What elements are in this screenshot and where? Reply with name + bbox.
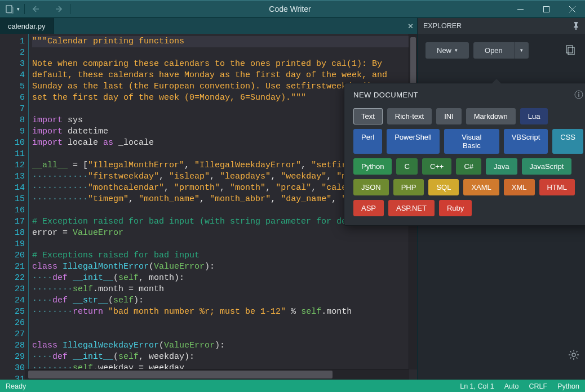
svg-point-7 [572,353,575,357]
status-eol[interactable]: CRLF [529,382,547,390]
code-line[interactable]: ········self.month = month [32,284,417,295]
svg-rect-1 [543,6,549,12]
horizontal-scrollbar[interactable] [25,369,409,380]
status-position[interactable]: Ln 1, Col 1 [460,382,494,390]
language-option[interactable]: C [396,158,417,175]
code-line[interactable]: error = ValueError [32,228,417,239]
status-ready: Ready [6,382,26,390]
maximize-button[interactable] [533,1,559,17]
popup-title: NEW DOCUMENT [353,91,418,99]
language-option[interactable]: CSS [552,129,583,154]
minimize-button[interactable] [507,1,533,17]
language-option[interactable]: VBScript [504,129,548,154]
line-gutter: 1234567891011121314151617181920212223242… [0,34,29,380]
language-option[interactable]: Lua [520,108,548,124]
language-option[interactable]: Ruby [439,200,472,216]
redo-button[interactable] [48,1,65,17]
language-option[interactable]: PHP [393,179,424,195]
language-option[interactable]: Text [353,108,383,124]
language-option[interactable]: Rich-text [387,108,432,124]
code-line[interactable] [32,239,417,250]
language-option[interactable]: ASP [353,200,384,216]
code-line[interactable] [32,318,417,329]
language-option[interactable]: HTML [539,179,575,195]
code-line[interactable]: ····def __str__(self): [32,295,417,306]
code-line[interactable]: ····def __init__(self, month): [32,273,417,284]
explorer-title: EXPLORER [423,22,462,30]
language-option[interactable]: SQL [428,179,459,195]
code-line[interactable]: ········return "bad month number %r; mus… [32,306,417,318]
pin-icon[interactable] [573,22,579,30]
code-line[interactable]: Note when comparing these calendars to t… [32,59,417,70]
svg-point-5 [578,92,579,93]
code-line[interactable]: ····def __init__(self, weekday): [32,351,417,363]
language-option[interactable]: Perl [353,129,382,154]
svg-rect-0 [6,6,12,12]
info-icon[interactable] [574,90,583,99]
svg-rect-3 [568,47,574,55]
code-line[interactable]: # Exceptions raised for bad input [32,250,417,261]
tab-bar: calendar.py ✕ [0,18,417,34]
status-bar: Ready Ln 1, Col 1 Auto CRLF Python [0,380,585,392]
code-line[interactable]: """Calendar printing functions [32,36,417,47]
language-option[interactable]: Java [486,158,517,175]
language-option[interactable]: JSON [353,179,389,195]
titlebar: ▾ Code Writer [0,0,585,17]
language-option[interactable]: XML [504,179,535,195]
close-tab-button[interactable]: ✕ [404,18,417,34]
new-button[interactable]: New ▾ [426,42,469,59]
tab-label: calendar.py [8,22,46,30]
svg-rect-2 [566,46,573,53]
chevron-down-icon: ▾ [455,47,458,53]
language-option[interactable]: Markdown [466,108,516,124]
tab-calendar[interactable]: calendar.py [0,18,54,34]
language-option[interactable]: XAML [463,179,499,195]
chevron-down-icon: ▾ [520,47,523,53]
open-dropdown-button[interactable]: ▾ [514,42,529,59]
open-button[interactable]: Open [473,42,514,59]
horizontal-scroll-thumb[interactable] [28,371,333,378]
copy-icon[interactable] [560,41,579,60]
status-language[interactable]: Python [557,382,579,390]
language-option[interactable]: Visual Basic [444,129,499,154]
language-option[interactable]: PowerShell [387,129,440,154]
new-document-popup: NEW DOCUMENT TextRich-textINIMarkdownLua… [344,83,585,226]
app-title: Code Writer [73,5,507,14]
language-option[interactable]: ASP.NET [388,200,435,216]
language-option[interactable]: C++ [422,158,452,175]
language-option[interactable]: INI [436,108,462,124]
settings-icon[interactable] [566,347,582,363]
language-option[interactable]: C# [456,158,481,175]
status-encoding[interactable]: Auto [504,382,519,390]
undo-button[interactable] [29,1,46,17]
code-line[interactable]: class IllegalWeekdayError(ValueError): [32,340,417,351]
language-option[interactable]: JavaScript [522,158,572,175]
code-line[interactable]: class IllegalMonthError(ValueError): [32,261,417,273]
language-option[interactable]: Python [353,158,392,175]
code-line[interactable] [32,329,417,340]
code-line[interactable]: default, these calendars have Monday as … [32,70,417,81]
code-line[interactable] [32,47,417,59]
close-window-button[interactable] [559,1,585,17]
svg-rect-6 [578,94,579,97]
app-menu-button[interactable] [1,1,18,17]
explorer-header: EXPLORER [418,18,585,34]
